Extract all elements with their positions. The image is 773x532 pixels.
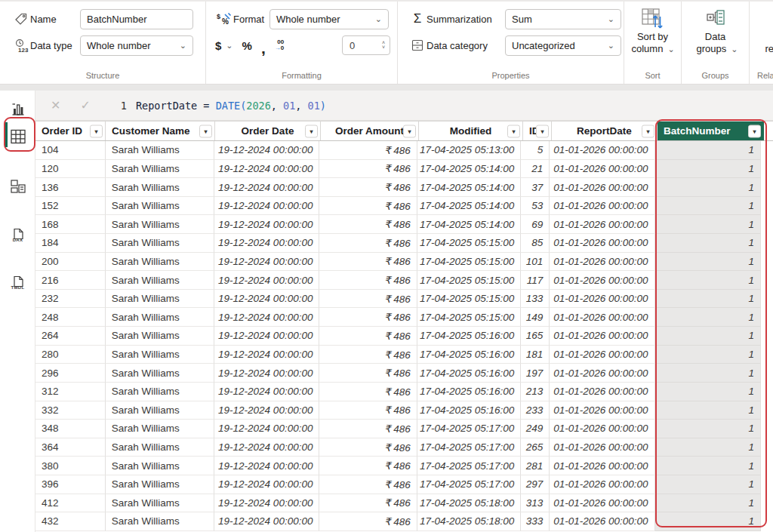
cell-report_date[interactable]: 01-01-2026 00:00:00 (550, 197, 654, 216)
cell-id[interactable]: 197 (521, 364, 550, 383)
cell-id[interactable]: 5 (521, 141, 550, 160)
cancel-formula-icon[interactable]: ✕ (51, 98, 60, 112)
cell-id[interactable]: 181 (521, 346, 550, 364)
cell-order_date[interactable]: 19-12-2024 00:00:00 (214, 215, 319, 234)
cell-report_date[interactable]: 01-01-2026 00:00:00 (550, 234, 654, 253)
cell-report_date[interactable]: 01-01-2026 00:00:00 (550, 494, 654, 513)
cell-modified[interactable]: 17-04-2025 05:16:00 (417, 346, 521, 364)
cell-report_date[interactable]: 01-01-2026 00:00:00 (550, 327, 654, 346)
cell-batch_number[interactable]: 1 (655, 420, 761, 438)
formula-bar[interactable]: ✕ ✓ 1 ReportDate = DATE(2026, 01, 01) (35, 91, 773, 121)
filter-dropdown-icon[interactable]: ▾ (305, 125, 318, 137)
cell-id[interactable]: 149 (521, 308, 550, 327)
filter-dropdown-icon[interactable]: ▾ (199, 125, 212, 137)
cell-order_date[interactable]: 19-12-2024 00:00:00 (214, 234, 319, 253)
cell-order_id[interactable]: 136 (35, 178, 106, 197)
cell-order_amount[interactable]: ₹ 486 (319, 271, 417, 290)
decimal-places-icon[interactable]: 00 →0 (275, 39, 284, 51)
cell-report_date[interactable]: 01-01-2026 00:00:00 (550, 253, 654, 272)
cell-order_date[interactable]: 19-12-2024 00:00:00 (214, 308, 319, 327)
cell-report_date[interactable]: 01-01-2026 00:00:00 (550, 178, 654, 197)
cell-id[interactable]: 117 (521, 271, 550, 290)
cell-id[interactable]: 281 (521, 457, 550, 475)
cell-order_date[interactable]: 19-12-2024 00:00:00 (214, 141, 319, 160)
cell-order_date[interactable]: 19-12-2024 00:00:00 (214, 178, 319, 197)
cell-batch_number[interactable]: 1 (655, 290, 761, 309)
thousands-separator-button[interactable]: , (261, 38, 266, 52)
stepper-down-icon[interactable]: ˅ (382, 45, 385, 50)
cell-report_date[interactable]: 01-01-2026 00:00:00 (550, 475, 654, 494)
cell-order_id[interactable]: 296 (35, 364, 106, 383)
cell-id[interactable]: 233 (521, 401, 550, 420)
cell-order_amount[interactable]: ₹ 486 (319, 141, 417, 160)
cell-customer_name[interactable]: Sarah Williams (106, 494, 214, 513)
cell-batch_number[interactable]: 1 (655, 457, 761, 475)
cell-order_id[interactable]: 216 (35, 271, 106, 290)
cell-order_id[interactable]: 348 (35, 420, 106, 438)
cell-id[interactable]: 53 (521, 197, 550, 216)
cell-customer_name[interactable]: Sarah Williams (106, 253, 214, 272)
cell-order_id[interactable]: 248 (35, 308, 106, 327)
cell-modified[interactable]: 17-04-2025 05:16:00 (417, 401, 521, 420)
cell-batch_number[interactable]: 1 (655, 494, 761, 513)
cell-order_amount[interactable]: ₹ 486 (319, 160, 417, 179)
cell-customer_name[interactable]: Sarah Williams (106, 475, 214, 494)
cell-order_date[interactable]: 19-12-2024 00:00:00 (214, 494, 319, 513)
cell-order_date[interactable]: 19-12-2024 00:00:00 (214, 197, 319, 216)
filter-dropdown-icon[interactable]: ▾ (90, 125, 103, 137)
cell-batch_number[interactable]: 1 (655, 178, 761, 197)
cell-batch_number[interactable]: 1 (655, 327, 761, 346)
cell-batch_number[interactable]: 1 (655, 271, 761, 290)
column-header-order_amount[interactable]: Order Amount▾ (321, 121, 419, 140)
cell-report_date[interactable]: 01-01-2026 00:00:00 (550, 457, 654, 475)
sidebar-item-report-view[interactable] (0, 97, 35, 122)
sidebar-item-model-view[interactable] (0, 174, 35, 199)
cell-order_id[interactable]: 364 (35, 438, 106, 457)
cell-id[interactable]: 313 (521, 494, 550, 513)
filter-dropdown-icon[interactable]: ▾ (507, 125, 520, 137)
cell-order_date[interactable]: 19-12-2024 00:00:00 (214, 512, 319, 531)
cell-order_id[interactable]: 332 (35, 401, 106, 420)
cell-order_id[interactable]: 184 (35, 234, 106, 253)
column-header-order_id[interactable]: Order ID▾ (35, 121, 106, 140)
currency-format-button[interactable]: $ ⌄ (215, 39, 233, 52)
name-input[interactable]: BatchNumber (80, 9, 193, 29)
cell-report_date[interactable]: 01-01-2026 00:00:00 (550, 160, 654, 179)
cell-order_id[interactable]: 104 (35, 141, 106, 160)
cell-customer_name[interactable]: Sarah Williams (106, 215, 214, 234)
cell-customer_name[interactable]: Sarah Williams (106, 457, 214, 475)
sidebar-item-dax-query-view[interactable]: DAX (0, 222, 35, 248)
cell-batch_number[interactable]: 1 (655, 215, 761, 234)
column-header-batch_number[interactable]: BatchNumber▾ (658, 121, 764, 140)
cell-modified[interactable]: 17-04-2025 05:14:00 (417, 178, 521, 197)
cell-order_id[interactable]: 380 (35, 457, 106, 475)
cell-order_date[interactable]: 19-12-2024 00:00:00 (214, 420, 319, 438)
cell-order_amount[interactable]: ₹ 486 (319, 215, 417, 234)
cell-order_id[interactable]: 152 (35, 197, 106, 216)
cell-order_date[interactable]: 19-12-2024 00:00:00 (214, 253, 319, 272)
cell-order_date[interactable]: 19-12-2024 00:00:00 (214, 364, 319, 383)
cell-report_date[interactable]: 01-01-2026 00:00:00 (550, 271, 654, 290)
cell-order_amount[interactable]: ₹ 486 (319, 438, 417, 457)
cell-order_id[interactable]: 168 (35, 215, 106, 234)
cell-batch_number[interactable]: 1 (655, 234, 761, 253)
cell-order_amount[interactable]: ₹ 486 (319, 383, 417, 401)
cell-customer_name[interactable]: Sarah Williams (106, 364, 214, 383)
filter-dropdown-icon[interactable]: ▾ (403, 125, 416, 137)
cell-id[interactable]: 297 (521, 475, 550, 494)
cell-order_id[interactable]: 120 (35, 160, 106, 179)
cell-modified[interactable]: 17-04-2025 05:14:00 (417, 197, 521, 216)
column-header-id[interactable]: ID▾ (523, 121, 552, 140)
cell-order_id[interactable]: 264 (35, 327, 106, 346)
summarization-select[interactable]: Sum ⌄ (505, 9, 621, 29)
cell-order_amount[interactable]: ₹ 486 (319, 457, 417, 475)
cell-report_date[interactable]: 01-01-2026 00:00:00 (550, 290, 654, 309)
cell-order_date[interactable]: 19-12-2024 00:00:00 (214, 438, 319, 457)
cell-order_id[interactable]: 280 (35, 346, 106, 364)
data-category-select[interactable]: Uncategorized ⌄ (505, 35, 621, 56)
column-header-order_date[interactable]: Order Date▾ (215, 121, 321, 140)
cell-modified[interactable]: 17-04-2025 05:18:00 (417, 512, 521, 531)
cell-order_amount[interactable]: ₹ 486 (319, 401, 417, 420)
cell-id[interactable]: 101 (521, 253, 550, 272)
column-header-report_date[interactable]: ReportDate▾ (552, 121, 658, 140)
